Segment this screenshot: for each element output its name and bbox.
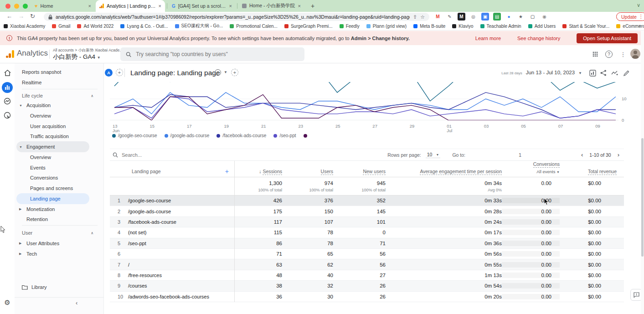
customize-report-icon[interactable] [588, 69, 597, 77]
nav-user-acquisition[interactable]: User acquisition [15, 121, 103, 131]
profile-icon[interactable]: ◉ [541, 13, 548, 21]
learn-more-link[interactable]: Learn more [475, 36, 501, 41]
legend-item[interactable] [304, 134, 307, 138]
saved-check-icon[interactable]: ✓ [215, 69, 221, 76]
puzzle-extensions-icon[interactable]: ★ [517, 13, 525, 21]
window-minimize-icon[interactable] [14, 4, 19, 9]
col-avg-engagement[interactable]: Average engagement time per session [386, 169, 502, 177]
browser-extension-icon[interactable]: ● [505, 13, 513, 21]
bookmark-item[interactable]: Promotional Calen... [230, 24, 278, 29]
open-setup-assistant-button[interactable]: Open Setup Assistant [577, 33, 638, 43]
bookmarks-overflow-icon[interactable]: » [639, 23, 641, 28]
scrollbar-track[interactable] [641, 31, 644, 314]
window-zoom-icon[interactable] [23, 4, 28, 9]
bookmark-item[interactable]: Start & Scale Your... [562, 24, 609, 29]
legend-item[interactable]: /seo-ppt [273, 133, 296, 138]
nav-traffic-acquisition[interactable]: Traffic acquisition [15, 131, 103, 141]
nav-tech[interactable]: ▶Tech [15, 249, 103, 259]
add-comparison-icon[interactable]: + [116, 69, 123, 76]
bookmark-item[interactable]: Plann (grid view) [366, 24, 407, 29]
expand-arrow-icon[interactable]: ▼ [19, 104, 26, 107]
scrollbar-thumb[interactable] [641, 138, 644, 257]
new-tab-button[interactable]: + [308, 1, 317, 10]
nav-pages-and-screens[interactable]: Pages and screens [15, 183, 103, 193]
forward-icon[interactable]: → [18, 13, 24, 20]
camera-extension-icon[interactable]: ◎ [469, 13, 477, 21]
table-row[interactable]: 7/6362560m 55s0.00$0.00 [110, 259, 624, 270]
nav-reports-snapshot[interactable]: Reports snapshot [15, 67, 103, 77]
add-report-tab-icon[interactable]: + [231, 69, 238, 76]
reload-icon[interactable]: ↻ [30, 13, 35, 20]
date-range-picker[interactable]: Last 28 days Jun 13 - Jul 10, 2023 ▼ [501, 70, 582, 75]
nav-acquisition[interactable]: ▼Acquisition [15, 100, 103, 110]
tab-close-icon[interactable]: × [88, 3, 91, 9]
insights-icon[interactable] [610, 69, 618, 77]
tabstrip-chevron-icon[interactable]: ∨ [637, 2, 640, 8]
chart-canvas[interactable] [110, 82, 618, 120]
rows-per-page-select[interactable]: 10▼ [426, 151, 441, 158]
bookmark-item[interactable]: Xiaobai Academy [4, 24, 45, 29]
conversions-event-filter[interactable]: All events ▼ [536, 169, 560, 174]
property-selector[interactable]: 小白新势 - GA4 ▼ [53, 53, 101, 61]
explore-icon[interactable] [3, 97, 11, 105]
ga-search-input[interactable] [136, 51, 299, 57]
ga-search-bar[interactable] [120, 47, 304, 61]
share-icon[interactable] [599, 69, 608, 77]
table-search-input[interactable] [122, 152, 222, 158]
nav-landing-page[interactable]: Landing page [15, 194, 103, 204]
tab-site-home[interactable]: Home - 小白新势学院 × [238, 0, 304, 12]
pen-extension-icon[interactable]: ✎ [446, 13, 453, 21]
table-row[interactable]: 10/adwords-seo-facebook-ads-courses36302… [110, 292, 624, 302]
share-page-icon[interactable]: ⇧ [413, 14, 417, 20]
expand-arrow-icon[interactable]: ▶ [19, 242, 26, 245]
table-row[interactable]: 8/free-resources4840271m 13s0.00$0.00 [110, 270, 624, 281]
nav-retention[interactable]: Retention [15, 214, 103, 224]
bookmark-item[interactable]: Gmail [52, 24, 70, 29]
nav-acquisition-overview[interactable]: Overview [15, 111, 103, 121]
kebab-menu-icon[interactable]: ⋮ [618, 49, 628, 59]
nav-realtime[interactable]: Realtime [15, 77, 103, 88]
nav-library[interactable]: Library [15, 282, 103, 292]
col-landing-page[interactable]: Landing page + [110, 169, 234, 177]
collapse-sidebar-icon[interactable]: ‹ [76, 299, 77, 306]
legend-item[interactable]: /google-seo-course [112, 133, 157, 138]
nav-engagement[interactable]: ▼Engagement [15, 142, 103, 152]
tab-ga4-scroll[interactable]: G [GA4] Set up a scroll conversi × [168, 0, 236, 12]
nav-events[interactable]: Events [15, 163, 103, 173]
nav-engagement-overview[interactable]: Overview [15, 152, 103, 162]
bookmark-item[interactable]: SurgeGraph Premi... [284, 24, 333, 29]
nav-user-attributes[interactable]: ▶User Attributes [15, 238, 103, 248]
bookmark-item[interactable]: Ad World 2022 [77, 24, 113, 29]
tab-home[interactable]: ♥ Home × [31, 0, 95, 12]
nav-monetization[interactable]: ▶Monetization [15, 204, 103, 214]
col-sessions[interactable]: ↓ Sessions [234, 169, 282, 177]
apps-grid-icon[interactable] [590, 49, 600, 59]
col-conversions[interactable]: Conversions All events ▼ [502, 161, 568, 177]
see-change-history-link[interactable]: See change history [517, 36, 560, 41]
tab-close-icon[interactable]: × [229, 3, 232, 9]
admin-gear-icon[interactable]: ⚙ [3, 299, 11, 307]
table-row[interactable]: 4(not set)1157800m 17s0.00$0.00 [110, 227, 624, 238]
next-page-icon[interactable]: › [616, 151, 621, 158]
window-close-icon[interactable] [5, 4, 10, 9]
comparison-badge[interactable]: A [105, 69, 113, 77]
goto-page-input[interactable] [470, 152, 570, 158]
grid-extension-icon[interactable]: ▤ [493, 13, 501, 21]
m-dark-extension-icon[interactable]: M [458, 13, 465, 21]
nav-conversions[interactable]: Conversions [15, 173, 103, 183]
table-row[interactable]: 67165560m 56s0.00$0.00 [110, 249, 624, 259]
tab-analytics[interactable]: Analytics | Landing page: Land × [96, 0, 165, 12]
bookmark-star-icon[interactable]: ☆ [420, 14, 425, 20]
help-icon[interactable]: ? [605, 51, 613, 58]
bookmark-item[interactable]: Lyang & Co. - Outl... [120, 24, 168, 29]
omnibox[interactable]: analytics.google.com/analytics/web/?auth… [44, 13, 429, 21]
edit-pencil-icon[interactable] [622, 69, 630, 77]
nav-section-life-cycle[interactable]: Life cycle∧ [15, 91, 103, 101]
gmail-extension-icon[interactable]: M [434, 13, 442, 21]
table-row[interactable]: 9/courses3832260m 54s0.00$0.00 [110, 281, 624, 291]
legend-item[interactable]: /google-ads-course [165, 133, 210, 138]
bookmark-item[interactable]: Meta B-suite [413, 24, 445, 29]
nav-section-user[interactable]: User∧ [15, 228, 103, 238]
reports-icon[interactable] [2, 82, 13, 93]
table-row[interactable]: 2/google-ads-course1751501450m 28s0.00$0… [110, 206, 624, 216]
